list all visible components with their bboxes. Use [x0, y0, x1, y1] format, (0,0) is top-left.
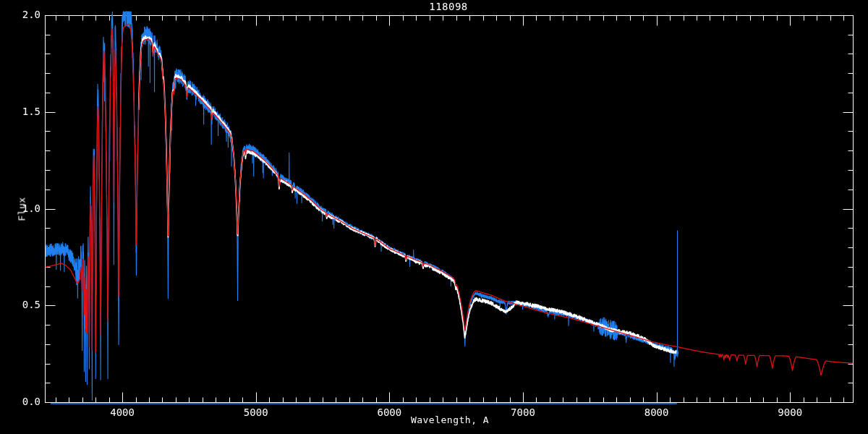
spectrum-chart: 118098 Wavelength, A Flux 40005000600070…	[0, 0, 868, 434]
x-tick-label: 5000	[234, 407, 278, 418]
x-axis-label: Wavelength, A	[411, 414, 489, 425]
spectrum-plot-canvas	[0, 0, 868, 434]
y-tick-label: 1.5	[9, 106, 41, 117]
y-tick-label: 2.0	[9, 9, 41, 20]
x-tick-label: 9000	[768, 407, 812, 418]
y-tick-label: 0.0	[9, 396, 41, 407]
x-tick-label: 7000	[501, 407, 545, 418]
y-tick-label: 0.5	[9, 299, 41, 310]
y-tick-label: 1.0	[9, 203, 41, 214]
x-tick-label: 4000	[101, 407, 144, 418]
x-tick-label: 8000	[635, 407, 678, 418]
chart-title: 118098	[429, 1, 468, 12]
x-tick-label: 6000	[367, 407, 411, 418]
